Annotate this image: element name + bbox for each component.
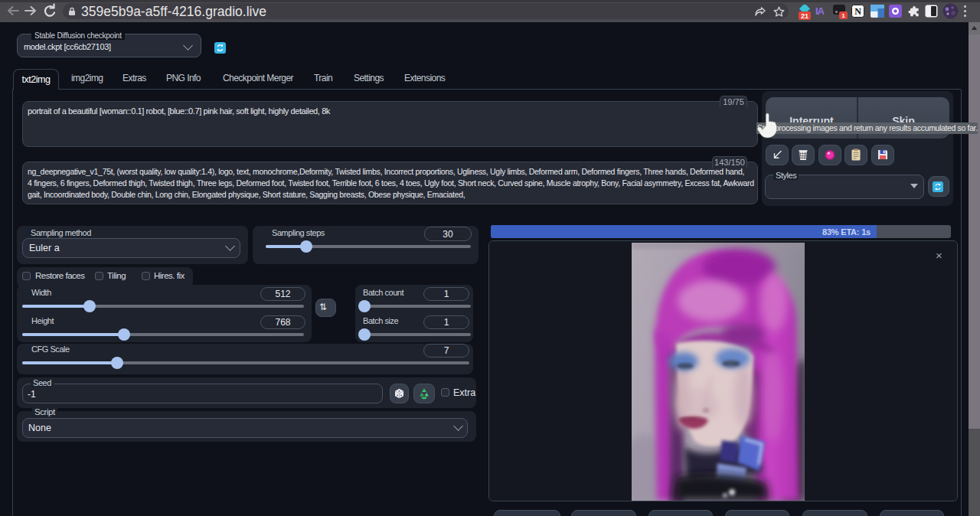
svg-text:1: 1 xyxy=(841,12,845,19)
svg-text:N: N xyxy=(854,6,861,17)
svg-text:21: 21 xyxy=(801,12,808,20)
